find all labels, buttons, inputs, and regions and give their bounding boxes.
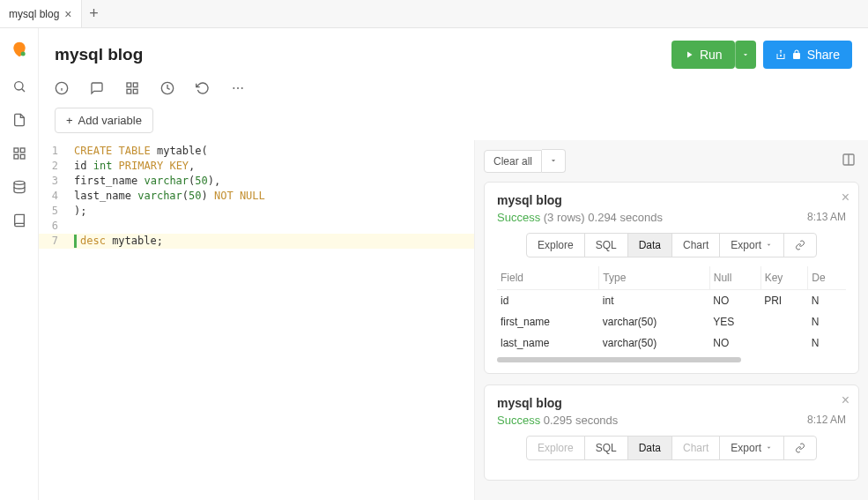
column-header[interactable]: Field [497, 266, 599, 290]
editor-toolbar [39, 76, 868, 104]
clear-all-dropdown[interactable] [542, 149, 566, 173]
share-button[interactable]: Share [763, 41, 852, 69]
document-icon[interactable] [11, 112, 27, 128]
tab-export[interactable]: Export [720, 437, 784, 459]
result-title: mysql blog [497, 193, 846, 207]
schedule-icon[interactable] [160, 81, 174, 95]
svg-point-17 [233, 87, 234, 89]
run-dropdown-button[interactable] [735, 41, 756, 69]
code-content: id int PRIMARY KEY, [74, 159, 195, 174]
info-icon[interactable] [55, 81, 69, 95]
svg-rect-8 [780, 55, 782, 56]
code-content: desc mytable; [74, 234, 163, 249]
chevron-down-icon [765, 239, 773, 251]
table-cell: id [497, 290, 599, 312]
table-cell: N [808, 311, 846, 332]
close-icon[interactable]: × [842, 392, 849, 408]
horizontal-scrollbar[interactable] [497, 357, 741, 362]
editor-line[interactable]: 5); [39, 204, 474, 219]
svg-rect-6 [20, 154, 25, 159]
line-number: 3 [39, 174, 74, 189]
svg-rect-12 [127, 83, 131, 87]
tab-mysql-blog[interactable]: mysql blog × [0, 0, 82, 27]
editor-line[interactable]: 7desc mytable; [39, 234, 474, 249]
link-icon[interactable] [784, 234, 816, 257]
history-icon[interactable] [196, 81, 210, 95]
table-cell: YES [709, 311, 760, 332]
column-header[interactable]: Key [760, 266, 808, 290]
table-row[interactable]: idintNOPRIN [497, 290, 846, 312]
table-cell: PRI [760, 290, 808, 312]
editor-line[interactable]: 1CREATE TABLE mytable( [39, 144, 474, 159]
code-content: CREATE TABLE mytable( [74, 144, 208, 159]
layout-icon[interactable] [838, 149, 859, 173]
svg-rect-15 [133, 89, 137, 93]
add-variable-button[interactable]: + Add variable [55, 108, 153, 133]
apps-icon[interactable] [125, 81, 139, 95]
database-icon[interactable] [11, 179, 27, 195]
line-number: 5 [39, 204, 74, 219]
editor-line[interactable]: 2id int PRIMARY KEY, [39, 159, 474, 174]
table-cell: NO [709, 290, 760, 312]
chevron-down-icon [765, 442, 773, 454]
run-button[interactable]: Run [671, 41, 735, 69]
result-tabs: ExploreSQLDataChartExport [526, 436, 817, 460]
close-icon[interactable]: × [842, 190, 849, 205]
table-cell [760, 311, 808, 332]
brand-icon[interactable] [11, 41, 28, 61]
results-panel: Clear all ×mysql blogSuccess (3 rows) 0.… [475, 140, 868, 500]
tab-sql[interactable]: SQL [585, 437, 628, 459]
svg-rect-4 [20, 148, 25, 153]
svg-rect-5 [14, 154, 19, 159]
column-header[interactable]: De [808, 266, 846, 290]
clear-all-button[interactable]: Clear all [484, 150, 542, 173]
editor-line[interactable]: 6 [39, 219, 474, 234]
close-icon[interactable]: × [64, 8, 71, 20]
tab-chart: Chart [672, 437, 720, 459]
table-cell: varchar(50) [599, 332, 709, 354]
table-cell [760, 332, 808, 354]
tab-export[interactable]: Export [720, 234, 784, 257]
table-row[interactable]: last_namevarchar(50)NON [497, 332, 846, 354]
line-number: 7 [39, 234, 74, 249]
add-tab-button[interactable]: + [82, 0, 107, 27]
grid-icon[interactable] [11, 146, 27, 161]
sidebar [0, 28, 39, 500]
tab-data[interactable]: Data [628, 437, 672, 459]
table-cell: varchar(50) [599, 311, 709, 332]
result-card: ×mysql blogSuccess (3 rows) 0.294 second… [484, 182, 859, 374]
svg-rect-13 [133, 83, 137, 87]
lock-icon [791, 49, 802, 60]
comment-icon[interactable] [90, 81, 104, 95]
svg-point-19 [241, 87, 243, 89]
code-content: ); [74, 204, 86, 219]
tab-data[interactable]: Data [628, 234, 672, 257]
svg-rect-3 [14, 148, 19, 153]
search-icon[interactable] [11, 78, 27, 94]
table-row[interactable]: first_namevarchar(50)YESN [497, 311, 846, 332]
result-tabs: ExploreSQLDataChartExport [526, 233, 817, 257]
result-timestamp: 8:12 AM [807, 414, 846, 426]
table-cell: last_name [497, 332, 599, 354]
code-editor[interactable]: 1CREATE TABLE mytable(2id int PRIMARY KE… [39, 140, 475, 500]
tab-explore: Explore [527, 437, 585, 459]
svg-point-1 [14, 82, 22, 90]
tab-chart[interactable]: Chart [672, 234, 720, 257]
table-cell: N [808, 332, 846, 354]
more-icon[interactable] [231, 81, 245, 95]
line-number: 6 [39, 219, 74, 234]
line-number: 1 [39, 144, 74, 159]
result-title: mysql blog [497, 396, 846, 410]
column-header[interactable]: Type [599, 266, 709, 290]
page-title: mysql blog [55, 45, 143, 64]
editor-line[interactable]: 3first_name varchar(50), [39, 174, 474, 189]
line-number: 4 [39, 189, 74, 204]
svg-rect-14 [127, 89, 131, 93]
book-icon[interactable] [11, 213, 27, 228]
tab-explore[interactable]: Explore [527, 234, 585, 257]
column-header[interactable]: Null [709, 266, 760, 290]
link-icon[interactable] [784, 437, 816, 459]
svg-point-0 [20, 52, 25, 56]
editor-line[interactable]: 4last_name varchar(50) NOT NULL [39, 189, 474, 204]
tab-sql[interactable]: SQL [585, 234, 628, 257]
